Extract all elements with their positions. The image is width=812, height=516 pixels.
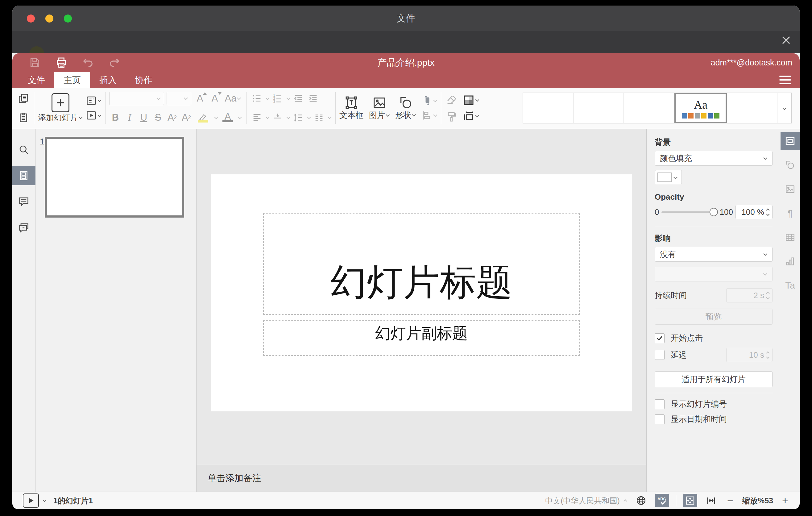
redo-button[interactable] (108, 56, 121, 69)
theme-option-5[interactable] (727, 93, 777, 123)
arrange-shapes-button[interactable] (422, 95, 437, 106)
zoom-in-button[interactable]: + (780, 495, 790, 507)
numbered-list-button[interactable]: 123 (271, 92, 285, 105)
tab-insert[interactable]: 插入 (90, 72, 126, 88)
increase-indent-button[interactable] (306, 92, 320, 105)
font-size-select[interactable] (167, 92, 191, 105)
tab-home[interactable]: 主页 (54, 72, 90, 88)
subtitle-placeholder[interactable]: 幻灯片副标题 (263, 320, 580, 356)
start-preview-button[interactable] (23, 493, 39, 508)
find-button[interactable] (12, 140, 35, 159)
slide-canvas[interactable]: 幻灯片标题 幻灯片副标题 (197, 129, 646, 465)
preview-button[interactable]: 预览 (655, 309, 773, 325)
font-color-button[interactable]: A (220, 111, 235, 124)
fit-to-width-button[interactable] (704, 494, 718, 507)
zoom-level-label[interactable]: 缩放%53 (742, 496, 773, 506)
close-traffic-light[interactable] (27, 15, 35, 23)
decrease-font-button[interactable]: A (208, 92, 221, 105)
spellcheck-button[interactable]: ABC (655, 494, 669, 507)
opacity-increase[interactable] (766, 208, 770, 212)
start-on-click-checkbox[interactable] (655, 333, 665, 343)
theme-gallery-expand-button[interactable] (777, 93, 791, 123)
duration-decrease[interactable] (766, 296, 770, 299)
chart-settings-button[interactable] (781, 253, 800, 270)
columns-button[interactable] (312, 111, 326, 124)
chat-button[interactable] (12, 218, 35, 237)
superscript-button[interactable]: A2 (166, 111, 178, 124)
theme-option-1[interactable] (523, 93, 574, 123)
opacity-slider[interactable] (662, 211, 717, 213)
theme-option-2[interactable] (574, 93, 624, 123)
menu-toggle-button[interactable] (779, 76, 791, 84)
fit-to-slide-button[interactable] (683, 494, 697, 507)
background-fill-select[interactable]: 颜色填充 (655, 151, 773, 166)
save-button[interactable] (28, 56, 41, 69)
document-language-button[interactable] (634, 494, 648, 507)
delay-checkbox[interactable] (655, 350, 665, 360)
preview-options-chevron[interactable] (42, 498, 47, 502)
vertical-align-button[interactable] (271, 111, 285, 124)
zoom-out-button[interactable]: − (725, 495, 735, 507)
show-date-time-checkbox[interactable] (655, 414, 665, 424)
strikethrough-button[interactable]: S (152, 111, 164, 124)
show-slide-number-checkbox[interactable] (655, 399, 665, 409)
subscript-button[interactable]: A2 (180, 111, 193, 124)
change-case-button[interactable]: Aa (223, 92, 242, 105)
copy-button[interactable] (17, 92, 30, 105)
maximize-traffic-light[interactable] (64, 15, 72, 23)
opacity-value-spinner[interactable]: 100 % (735, 205, 773, 219)
slides-panel-button[interactable] (12, 166, 35, 185)
undo-button[interactable] (82, 56, 94, 69)
theme-option-3[interactable] (624, 93, 674, 123)
highlight-color-button[interactable] (194, 111, 212, 124)
insert-image-button[interactable]: 图片 (369, 95, 390, 121)
insert-shape-button[interactable]: 形状 (395, 95, 416, 121)
italic-button[interactable]: I (123, 111, 136, 124)
delay-increase[interactable] (766, 351, 770, 354)
effect-select[interactable]: 没有 (655, 247, 773, 262)
table-settings-button[interactable] (781, 228, 800, 246)
background-color-picker[interactable] (655, 170, 682, 184)
paragraph-settings-button[interactable]: ¶ (781, 204, 800, 222)
copy-style-button[interactable] (445, 110, 459, 123)
decrease-indent-button[interactable] (292, 92, 305, 105)
opacity-slider-thumb[interactable] (709, 208, 718, 216)
delay-spinner[interactable]: 10 s (726, 348, 773, 362)
delay-decrease[interactable] (766, 355, 770, 359)
shape-settings-button[interactable] (781, 156, 800, 174)
align-shapes-button[interactable] (422, 110, 437, 121)
slide[interactable]: 幻灯片标题 幻灯片副标题 (211, 174, 632, 411)
effect-variant-select[interactable] (655, 267, 773, 282)
minimize-traffic-light[interactable] (45, 15, 53, 23)
comments-button[interactable] (12, 192, 35, 211)
clear-style-button[interactable] (445, 93, 459, 106)
font-name-select[interactable] (109, 92, 164, 105)
slide-settings-button[interactable] (781, 132, 800, 150)
change-layout-button[interactable] (86, 95, 102, 106)
add-slide-button[interactable]: 添加幻灯片 (38, 93, 83, 124)
duration-increase[interactable] (766, 292, 770, 295)
tab-collaboration[interactable]: 协作 (126, 72, 162, 88)
apply-to-all-slides-button[interactable]: 适用于所有幻灯片 (655, 371, 773, 387)
slide-thumbnail[interactable] (45, 137, 184, 218)
close-overlay-button[interactable] (779, 33, 793, 47)
line-spacing-button[interactable] (292, 111, 305, 124)
image-settings-button[interactable] (781, 180, 800, 198)
duration-spinner[interactable]: 2 s (726, 288, 773, 303)
bold-button[interactable]: B (109, 111, 121, 124)
increase-font-button[interactable]: A (194, 92, 206, 105)
print-button[interactable] (55, 56, 68, 69)
slide-fill-button[interactable] (463, 94, 479, 106)
notes-area[interactable]: 单击添加备注 (197, 465, 646, 492)
textart-settings-button[interactable]: Ta (781, 277, 800, 294)
insert-textbox-button[interactable]: 文本框 (339, 95, 364, 121)
slide-size-button[interactable] (463, 110, 479, 122)
bullet-list-button[interactable] (250, 92, 264, 105)
underline-button[interactable]: U (138, 111, 150, 124)
theme-option-selected[interactable]: Aa (674, 93, 727, 123)
language-selector[interactable]: 中文(中华人民共和国) (545, 496, 627, 506)
title-placeholder[interactable]: 幻灯片标题 (263, 213, 580, 315)
start-slideshow-button[interactable] (86, 110, 102, 121)
paste-button[interactable] (17, 111, 30, 124)
tab-file[interactable]: 文件 (19, 72, 54, 88)
